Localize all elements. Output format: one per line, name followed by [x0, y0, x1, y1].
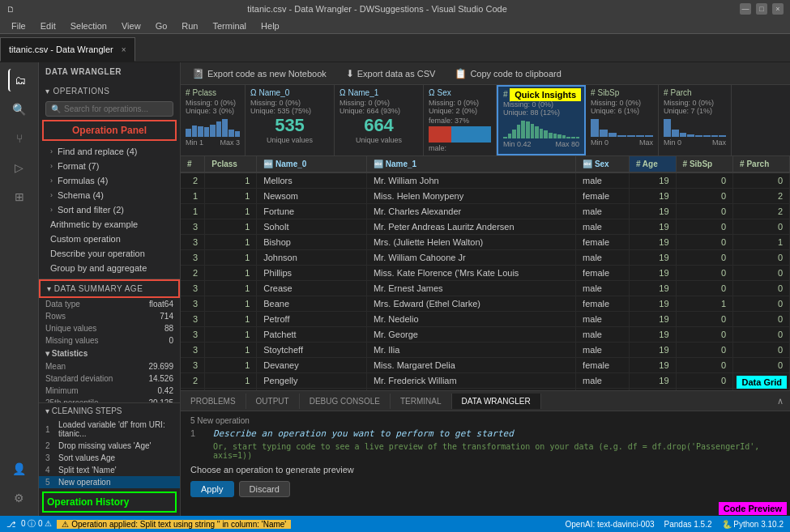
text-icon-2: Ω — [339, 88, 345, 97]
menu-selection[interactable]: Selection — [64, 19, 113, 32]
table-cell: 19 — [629, 189, 676, 204]
mini-bar-chart-parch — [664, 117, 726, 137]
cleaning-step-5[interactable]: 5 New operation — [39, 476, 180, 488]
table-row: 11NewsomMiss. Helen Monypenyfemale1902 — [181, 189, 790, 204]
col-stat-sex: Ω Sex Missing: 0 (0%) Unique: 2 (0%) fem… — [424, 85, 497, 155]
tab-output[interactable]: OUTPUT — [246, 394, 300, 409]
tab-debug-console[interactable]: DEBUG CONSOLE — [300, 394, 391, 409]
col-stat-age: # Age Missing: 0 (0%) Unique: 88 (12%) M… — [497, 85, 586, 155]
source-control-icon[interactable]: ⑂ — [8, 127, 31, 150]
op-describe[interactable]: Describe your operation — [39, 246, 180, 261]
panel-header: DATA WRANGLER — [39, 62, 180, 81]
table-cell: 0 — [733, 172, 790, 189]
apply-button[interactable]: Apply — [190, 481, 234, 497]
table-cell: 0 — [676, 327, 733, 343]
cleaning-step-3[interactable]: 3 Sort values Age — [39, 452, 180, 464]
table-cell: Newsom — [257, 189, 367, 204]
search-operations-box[interactable]: 🔍 — [45, 101, 173, 117]
export-csv-button[interactable]: ⬇ Export data as CSV — [341, 66, 441, 81]
op-sort-filter[interactable]: › Sort and filter (2) — [39, 202, 180, 217]
git-branch: 0 ⓘ 0 ⚠ — [21, 518, 52, 530]
discard-button[interactable]: Discard — [239, 481, 290, 497]
export-notebook-button[interactable]: 📓 Export code as new Notebook — [187, 66, 331, 81]
explorer-icon[interactable]: 🗂 — [8, 69, 31, 92]
tab-problems[interactable]: PROBLEMS — [181, 394, 246, 409]
tab-terminal[interactable]: TERMINAL — [391, 394, 452, 409]
col-name-sex: Sex — [437, 88, 451, 97]
tab-close-button[interactable]: × — [122, 45, 126, 54]
table-row: 31BeaneMrs. Edward (Ethel Clarke)female1… — [181, 296, 790, 312]
data-grid[interactable]: # Pclass 🔤 Name_0 🔤 Name_1 🔤 Sex # Age #… — [181, 156, 790, 390]
table-cell: 1 — [181, 204, 205, 219]
table-cell: Mr. Frederick William — [366, 373, 575, 389]
active-tab[interactable]: titanic.csv - Data Wrangler × — [0, 37, 135, 62]
th-name1[interactable]: 🔤 Name_1 — [366, 156, 575, 172]
table-cell: 3 — [181, 250, 205, 266]
menu-go[interactable]: Go — [149, 19, 174, 32]
main-layout: 🗂 🔍 ⑂ ▷ ⊞ 👤 ⚙ DATA WRANGLER ▾ OPERATIONS… — [0, 62, 790, 516]
menu-run[interactable]: Run — [175, 19, 204, 32]
table-cell: 19 — [629, 389, 676, 391]
op-group-by[interactable]: Group by and aggregate — [39, 261, 180, 275]
th-sex[interactable]: 🔤 Sex — [576, 156, 630, 172]
op-custom[interactable]: Custom operation — [39, 232, 180, 246]
th-name0[interactable]: 🔤 Name_0 — [257, 156, 367, 172]
menu-view[interactable]: View — [115, 19, 147, 32]
maximize-button[interactable]: □ — [756, 3, 767, 15]
openai-status: OpenAI: text-davinci-003 — [566, 520, 655, 529]
th-parch[interactable]: # Parch — [733, 156, 790, 172]
cleaning-step-2[interactable]: 2 Drop missing values 'Age' — [39, 440, 180, 452]
settings-icon[interactable]: ⚙ — [8, 487, 31, 509]
op-find-replace[interactable]: › Find and replace (4) — [39, 144, 180, 159]
table-row: 31CreaseMr. Ernest Jamesmale1900 — [181, 281, 790, 296]
table-cell: 1 — [205, 312, 257, 327]
table-row: 31PatchettMr. Georgemale1900 — [181, 327, 790, 343]
table-cell: Mr. Branko — [366, 389, 575, 391]
menu-help[interactable]: Help — [254, 19, 286, 32]
table-cell: 0 — [733, 296, 790, 312]
table-cell: male — [576, 204, 630, 219]
table-cell: Crease — [257, 281, 367, 296]
account-icon[interactable]: 👤 — [8, 458, 31, 480]
table-cell: Fortune — [257, 204, 367, 219]
close-button[interactable]: × — [772, 3, 784, 15]
op-format[interactable]: › Format (7) — [39, 159, 180, 173]
op-formulas[interactable]: › Formulas (4) — [39, 173, 180, 188]
table-cell: female — [576, 235, 630, 250]
status-bar: ⎇ 0 ⓘ 0 ⚠ ⚠ Operation applied: Split tex… — [0, 516, 790, 532]
cleaning-step-4[interactable]: 4 Split text 'Name' — [39, 464, 180, 476]
operation-history-box: Operation History — [42, 492, 177, 513]
summary-row-missing: Missing values 0 — [39, 334, 180, 347]
minimize-button[interactable]: — — [740, 3, 751, 15]
search-operations-input[interactable] — [64, 104, 168, 113]
menu-file[interactable]: File — [5, 19, 32, 32]
copy-code-button[interactable]: 📋 Copy code to clipboard — [450, 66, 566, 81]
menu-terminal[interactable]: Terminal — [207, 19, 254, 32]
run-debug-icon[interactable]: ▷ — [8, 156, 31, 179]
menu-edit[interactable]: Edit — [34, 19, 62, 32]
center-panel: 📓 Export code as new Notebook ⬇ Export d… — [181, 62, 790, 516]
table-cell: Dakic — [257, 389, 367, 391]
op-schema[interactable]: › Schema (4) — [39, 188, 180, 202]
table-cell: Mellors — [257, 172, 367, 189]
window-controls[interactable]: — □ × — [740, 3, 784, 15]
search-icon[interactable]: 🔍 — [8, 98, 31, 121]
bottom-panel-close-button[interactable]: ∧ — [771, 393, 790, 410]
th-sibsp[interactable]: # SibSp — [676, 156, 733, 172]
stat-25th: 25th percentile 20.125 — [39, 397, 180, 402]
table-cell: female — [576, 358, 630, 373]
th-pclass[interactable]: Pclass — [205, 156, 257, 172]
col-name-name0: Name_0 — [258, 88, 289, 97]
table-cell: 1 — [205, 266, 257, 281]
extensions-icon[interactable]: ⊞ — [8, 185, 31, 208]
git-icon: ⎇ — [6, 520, 16, 529]
col-unique-count-name1: 664 — [339, 115, 418, 136]
activity-bar: 🗂 🔍 ⑂ ▷ ⊞ 👤 ⚙ — [0, 62, 39, 516]
table-cell: 19 — [629, 204, 676, 219]
op-arithmetic[interactable]: Arithmetic by example — [39, 217, 180, 232]
cleaning-step-1[interactable]: 1 Loaded variable 'df' from URI: titanic… — [39, 419, 180, 440]
stat-min: Minimum 0.42 — [39, 385, 180, 397]
tab-data-wrangler[interactable]: DATA WRANGLER — [452, 394, 541, 409]
tab-bar: titanic.csv - Data Wrangler × — [0, 34, 790, 62]
th-age[interactable]: # Age — [629, 156, 676, 172]
